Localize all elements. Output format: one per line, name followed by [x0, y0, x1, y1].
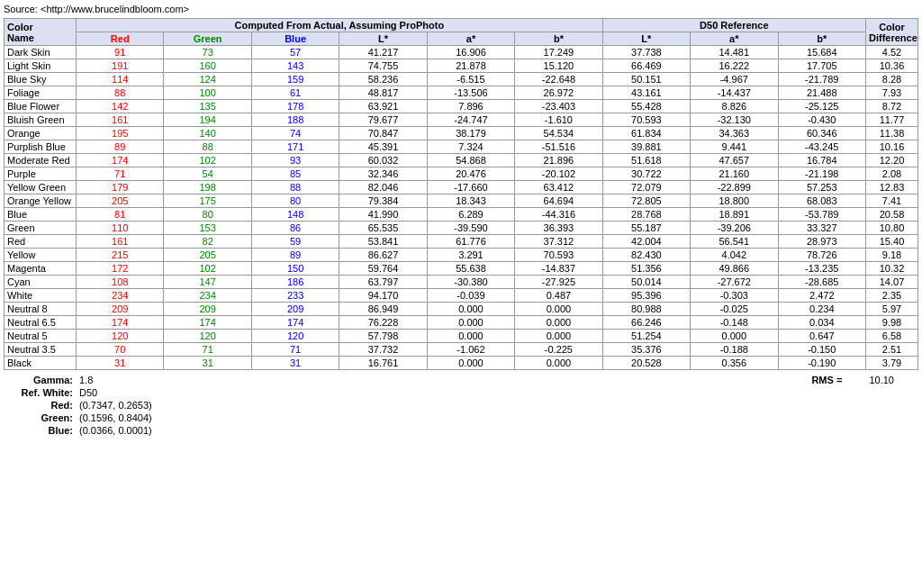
green-value: (0.1596, 0.8404) — [76, 412, 184, 424]
header-b1: b* — [515, 32, 602, 46]
blue-label: Blue: — [4, 424, 76, 437]
table-row: Bluish Green16119418879.677-24.747-1.610… — [5, 113, 918, 127]
table-body: Dark Skin91735741.21716.90617.24937.7381… — [5, 46, 918, 370]
main-table: ColorName Computed From Actual, Assuming… — [4, 18, 918, 370]
green-label: Green: — [4, 412, 76, 424]
table-row: Orange Yellow2051758079.38418.34364.6947… — [5, 194, 918, 208]
header-red: Red — [77, 32, 164, 46]
rms-value: 10.10 — [845, 374, 918, 386]
table-row: Light Skin19116014374.75521.87815.12066.… — [5, 59, 918, 73]
table-row: Neutral 3.570717137.732-1.062-0.22535.37… — [5, 343, 918, 357]
table-row: Blue818014841.9906.289-44.31628.76818.89… — [5, 208, 918, 222]
table-row: Neutral 6.517417417476.2280.0000.00066.2… — [5, 316, 918, 330]
table-row: Red161825953.84161.77637.31242.00456.541… — [5, 235, 918, 249]
header-b2: b* — [778, 32, 866, 46]
table-row: Black31313116.7610.0000.00020.5280.356-0… — [5, 357, 918, 370]
table-row: Purple71548532.34620.476-20.10230.72221.… — [5, 167, 918, 181]
table-row: Neutral 820920920986.9490.0000.00080.988… — [5, 303, 918, 316]
rms-spacer — [184, 374, 772, 386]
table-row: Green1101538665.535-39.59036.39355.187-3… — [5, 222, 918, 235]
blue-value: (0.0366, 0.0001) — [76, 424, 184, 437]
header-a2: a* — [691, 32, 778, 46]
table-row: Blue Sky11412415958.236-6.515-22.64850.1… — [5, 73, 918, 86]
table-row: Orange1951407470.84738.17954.53461.83434… — [5, 127, 918, 140]
ref-white-value: D50 — [76, 386, 184, 399]
gamma-label: Gamma: — [4, 374, 76, 386]
gamma-value: 1.8 — [76, 374, 184, 386]
header-color-diff: ColorDifference — [866, 19, 918, 46]
table-row: Cyan10814718663.797-30.380-27.92550.014-… — [5, 276, 918, 289]
source-text: Source: <http://www.brucelindbloom.com> — [4, 4, 918, 14]
table-row: Purplish Blue898817145.3917.324-51.51639… — [5, 140, 918, 154]
footer-table: Gamma: 1.8 RMS = 10.10 Ref. White: D50 R… — [4, 374, 918, 437]
header-color-name: ColorName — [5, 19, 77, 46]
table-row: Dark Skin91735741.21716.90617.24937.7381… — [5, 46, 918, 59]
table-row: Yellow2152058986.6273.29170.59382.4304.0… — [5, 249, 918, 262]
table-row: Blue Flower14213517863.9217.896-23.40355… — [5, 100, 918, 113]
ref-white-label: Ref. White: — [4, 386, 76, 399]
rms-label: RMS = — [772, 374, 845, 386]
header-a1: a* — [427, 32, 514, 46]
table-row: Yellow Green1791988882.046-17.66063.4127… — [5, 181, 918, 194]
header-d50: D50 Reference — [602, 19, 865, 32]
header-L2: L* — [602, 32, 690, 46]
header-L1: L* — [339, 32, 427, 46]
red-value: (0.7347, 0.2653) — [76, 399, 184, 412]
table-row: Moderate Red1741029360.03254.86821.89651… — [5, 154, 918, 167]
header-green: Green — [164, 32, 251, 46]
header-blue: Blue — [251, 32, 339, 46]
header-computed: Computed From Actual, Assuming ProPhoto — [77, 19, 603, 32]
table-row: White23423423394.170-0.0390.48795.396-0.… — [5, 289, 918, 303]
red-label: Red: — [4, 399, 76, 412]
table-row: Neutral 512012012057.7980.0000.00051.254… — [5, 330, 918, 343]
table-row: Foliage881006148.817-13.50626.97243.161-… — [5, 86, 918, 100]
table-row: Magenta17210215059.76455.638-14.83751.35… — [5, 262, 918, 276]
